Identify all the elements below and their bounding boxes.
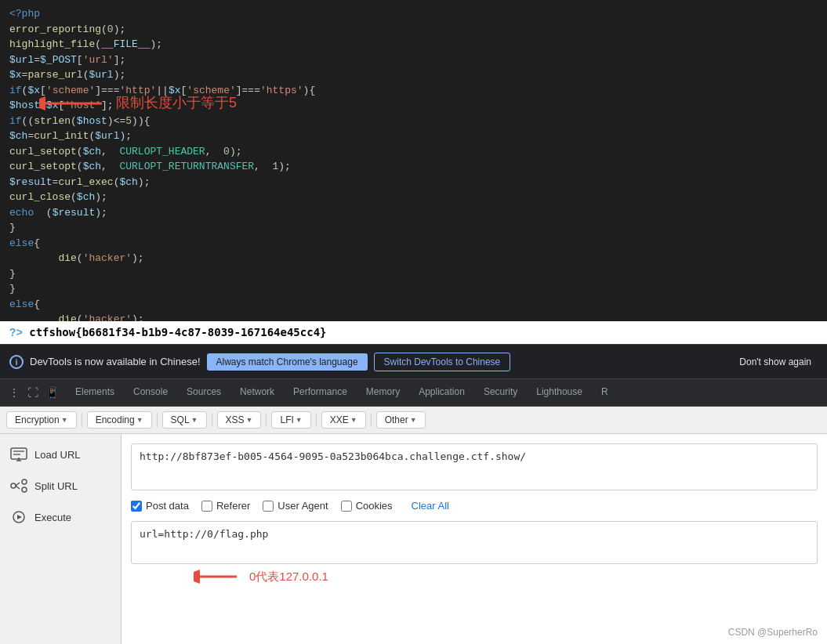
user-agent-checkbox-label[interactable]: User Agent	[263, 500, 328, 512]
clear-all-button[interactable]: Clear All	[412, 500, 449, 512]
encoding-dropdown[interactable]: Encoding ▼	[87, 411, 152, 429]
tab-security[interactable]: Security	[474, 378, 527, 407]
execute-button[interactable]: Execute	[0, 503, 121, 531]
dont-show-again-button[interactable]: Don't show again	[733, 353, 818, 371]
referer-checkbox[interactable]	[201, 501, 212, 512]
tab-console[interactable]: Console	[124, 378, 177, 407]
post-data-label: Post data	[146, 500, 189, 512]
svg-line-11	[16, 486, 20, 489]
flag-line: ?> ctfshow{b6681f34-b1b9-4c87-8039-16716…	[0, 321, 827, 344]
cookies-checkbox[interactable]	[341, 501, 352, 512]
sql-caret: ▼	[191, 416, 198, 424]
referer-checkbox-label[interactable]: Referer	[201, 500, 250, 512]
cookies-checkbox-label[interactable]: Cookies	[341, 500, 393, 512]
post-data-input[interactable]	[131, 521, 818, 564]
devtools-menu-icon[interactable]: ⋮	[6, 385, 22, 400]
user-agent-checkbox[interactable]	[263, 501, 274, 512]
post-data-area: 0代表127.0.0.1	[131, 521, 818, 584]
hackbar-panel: Encryption ▼ Encoding ▼ SQL ▼ XSS ▼ LFI …	[0, 407, 827, 644]
post-data-checkbox-label[interactable]: Post data	[131, 500, 189, 512]
devtools-message: DevTools is now available in Chinese!	[30, 356, 201, 367]
other-label: Other	[385, 414, 408, 425]
hackbar-sidebar: Load URL Split URL	[0, 434, 122, 644]
svg-line-10	[16, 483, 20, 486]
execute-icon	[9, 509, 28, 525]
devtools-device-icon[interactable]: 📱	[44, 385, 60, 400]
switch-to-chinese-button[interactable]: Switch DevTools to Chinese	[374, 353, 511, 371]
load-url-button[interactable]: Load URL	[0, 440, 121, 469]
tab-performance[interactable]: Performance	[284, 378, 357, 407]
xss-dropdown[interactable]: XSS ▼	[217, 411, 262, 429]
referer-label: Referer	[216, 500, 250, 512]
devtools-tabs-bar: ⋮ ⛶ 📱 Elements Console Sources Network P…	[0, 378, 827, 407]
encryption-dropdown[interactable]: Encryption ▼	[6, 411, 77, 429]
tab-application[interactable]: Application	[409, 378, 474, 407]
lfi-label: LFI	[280, 414, 293, 425]
tab-sources[interactable]: Sources	[177, 378, 230, 407]
flag-value: ctfshow{b6681f34-b1b9-4c87-8039-167164e4…	[29, 326, 326, 338]
xss-caret: ▼	[246, 416, 253, 424]
csdn-watermark: CSDN @SuperherRo	[728, 627, 818, 638]
tab-r[interactable]: R	[592, 378, 618, 407]
checkbox-row: Post data Referer User Agent Cookies Cle…	[131, 497, 818, 515]
encoding-label: Encoding	[96, 414, 135, 425]
url-input[interactable]	[131, 443, 818, 490]
split-url-button[interactable]: Split URL	[0, 472, 121, 500]
xxe-label: XXE	[330, 414, 349, 425]
other-caret: ▼	[410, 416, 417, 424]
post-annotation-text: 0代表127.0.0.1	[249, 570, 328, 584]
annotation-arrow: 限制长度小于等于5	[39, 92, 237, 114]
hackbar-toolbar: Encryption ▼ Encoding ▼ SQL ▼ XSS ▼ LFI …	[0, 407, 827, 434]
encryption-label: Encryption	[15, 414, 60, 425]
hackbar-content: Post data Referer User Agent Cookies Cle…	[122, 434, 827, 644]
execute-label: Execute	[34, 512, 71, 523]
split-url-icon	[9, 478, 28, 494]
xxe-dropdown[interactable]: XXE ▼	[321, 411, 366, 429]
code-display: <?php error_reporting(0); highlight_file…	[0, 0, 827, 321]
match-language-button[interactable]: Always match Chrome's language	[207, 353, 368, 371]
devtools-inspect-icon[interactable]: ⛶	[25, 385, 41, 400]
svg-rect-3	[13, 450, 24, 452]
load-url-icon	[9, 447, 28, 462]
encryption-caret: ▼	[61, 416, 68, 424]
svg-rect-4	[13, 454, 20, 455]
xxe-caret: ▼	[350, 416, 357, 424]
post-data-checkbox[interactable]	[131, 501, 142, 512]
tab-elements[interactable]: Elements	[66, 378, 124, 407]
other-dropdown[interactable]: Other ▼	[376, 411, 426, 429]
sql-dropdown[interactable]: SQL ▼	[162, 411, 207, 429]
hackbar-main: Load URL Split URL	[0, 434, 827, 644]
devtools-notification-bar: i DevTools is now available in Chinese! …	[0, 344, 827, 378]
split-url-label: Split URL	[34, 480, 78, 492]
sql-label: SQL	[171, 414, 190, 425]
user-agent-label: User Agent	[277, 500, 328, 512]
svg-point-9	[22, 487, 27, 492]
annotation-text: 限制长度小于等于5	[116, 92, 237, 114]
info-icon: i	[9, 355, 24, 369]
lfi-caret: ▼	[296, 416, 303, 424]
lfi-dropdown[interactable]: LFI ▼	[271, 411, 310, 429]
encoding-caret: ▼	[136, 416, 143, 424]
load-url-label: Load URL	[34, 449, 81, 461]
xss-label: XSS	[226, 414, 245, 425]
devtools-icon-area: ⋮ ⛶ 📱	[0, 385, 66, 400]
svg-marker-13	[17, 515, 22, 519]
tab-memory[interactable]: Memory	[357, 378, 409, 407]
svg-point-8	[22, 479, 27, 484]
svg-point-7	[11, 483, 16, 488]
tab-lighthouse[interactable]: Lighthouse	[527, 378, 592, 407]
cookies-label: Cookies	[356, 500, 393, 512]
tab-network[interactable]: Network	[230, 378, 284, 407]
post-data-annotation: 0代表127.0.0.1	[194, 569, 818, 584]
